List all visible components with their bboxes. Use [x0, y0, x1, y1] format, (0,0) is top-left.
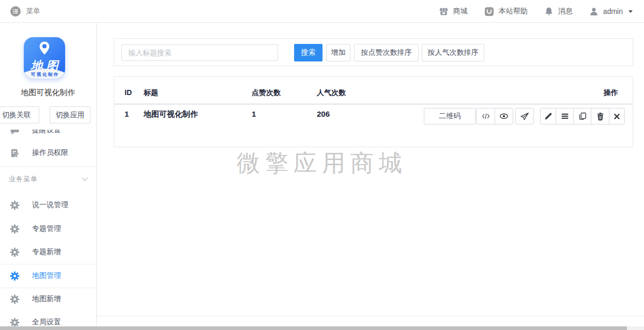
topbar-store-label: 商城: [453, 7, 468, 16]
switch-relation-button[interactable]: 切换关联: [0, 106, 39, 123]
app-name: 地图可视化制作: [0, 88, 96, 98]
sidebar-item-topic-manage[interactable]: 专题管理: [0, 219, 96, 238]
map-pin-icon: [24, 41, 65, 56]
close-button[interactable]: [609, 108, 625, 124]
topbar-messages[interactable]: 消息: [544, 7, 573, 16]
scrollbar-thumb[interactable]: [0, 326, 627, 330]
sidebar-item-label: 操作员权限: [32, 148, 68, 158]
edit-icon: [544, 112, 553, 121]
bell-icon: [544, 7, 554, 16]
sort-by-popularity-button[interactable]: 按人气次数排序: [422, 44, 484, 61]
switch-app-button[interactable]: 切换应用: [50, 106, 90, 123]
column-header-likes: 点赞次数: [252, 88, 281, 98]
gear-icon: [10, 318, 20, 327]
sidebar-divider: [96, 23, 97, 330]
sidebar-item-shuoyishuo[interactable]: 说一说管理: [0, 196, 96, 214]
column-header-id: ID: [125, 88, 132, 97]
list-icon: [560, 112, 570, 121]
logo-subtitle: 可视化制作: [24, 72, 65, 78]
sidebar-separator: [0, 264, 96, 264]
toolbar-card: 搜索 增加 按点赞次数排序 按人气次数排序: [114, 38, 633, 66]
topbar: 菜单 商城: [0, 0, 644, 23]
topbar-help[interactable]: 本站帮助: [484, 7, 528, 17]
doc-edit-icon: [10, 148, 20, 158]
gear-icon: [10, 200, 20, 210]
topbar-right: 商城 本站帮助 消息: [439, 0, 633, 23]
topbar-menu[interactable]: 菜单: [10, 0, 40, 23]
gear-icon: [10, 294, 20, 304]
list-button[interactable]: [556, 108, 574, 124]
column-header-actions: 操作: [604, 88, 618, 98]
column-header-title: 标题: [144, 88, 158, 98]
sidebar-item-operator[interactable]: 操作员权限: [0, 144, 96, 162]
search-button[interactable]: 搜索: [294, 44, 323, 61]
preview-button[interactable]: [495, 108, 513, 124]
trash-icon: [596, 112, 605, 121]
topbar-user-label: admin: [603, 7, 623, 15]
weiengine-icon: [484, 7, 494, 17]
gear-icon: [10, 271, 20, 281]
send-button[interactable]: [515, 108, 534, 124]
code-icon: [481, 112, 490, 121]
sidebar-item-map-manage[interactable]: 地图管理: [0, 266, 96, 285]
code-button[interactable]: [476, 108, 495, 124]
row-title: 地图可视化制作: [144, 109, 198, 119]
column-header-popularity: 人气次数: [317, 88, 346, 98]
row-id: 1: [125, 109, 129, 118]
sidebar-section-label: 业务菜单: [9, 175, 38, 184]
sidebar-item-label: 专题管理: [32, 224, 61, 233]
qrcode-button[interactable]: 二维码: [424, 108, 476, 124]
sidebar-item-label: 专题新增: [32, 247, 61, 257]
sidebar-item-label: 地图管理: [32, 271, 61, 280]
store-icon: [439, 7, 449, 17]
app-logo: 地图 可视化制作: [24, 37, 65, 78]
delete-button[interactable]: [591, 108, 609, 124]
sidebar-separator: [0, 166, 96, 167]
sidebar-item-topic-add[interactable]: 专题新增: [0, 243, 96, 261]
edit-button[interactable]: [540, 108, 556, 124]
topbar-user[interactable]: admin: [589, 7, 633, 16]
chevron-down-icon[interactable]: [80, 175, 89, 184]
admin-page: 菜单 商城: [0, 0, 644, 330]
gear-icon: [10, 224, 20, 234]
user-icon: [589, 7, 599, 16]
caret-down-icon: [628, 10, 633, 13]
topbar-help-label: 本站帮助: [499, 7, 528, 16]
copy-button[interactable]: [573, 108, 591, 124]
sidebar-separator: [0, 288, 96, 288]
gear-icon: [10, 247, 20, 257]
add-button[interactable]: 增加: [326, 44, 350, 61]
close-icon: [613, 113, 621, 120]
menu-icon[interactable]: [10, 6, 21, 17]
search-input[interactable]: [121, 44, 278, 61]
row-likes: 1: [252, 109, 256, 118]
sidebar-item-label: 地图新增: [32, 294, 61, 304]
sidebar-item-map-add[interactable]: 地图新增: [0, 290, 96, 308]
sort-by-likes-button[interactable]: 按点赞次数排序: [354, 44, 419, 61]
sidebar-item-label: 说一说管理: [32, 200, 68, 210]
topbar-menu-label: 菜单: [26, 7, 40, 16]
send-icon: [520, 112, 529, 121]
content-bottom-divider: [97, 316, 644, 316]
topbar-store[interactable]: 商城: [439, 7, 468, 17]
topbar-messages-label: 消息: [558, 7, 573, 16]
sidebar-section-business[interactable]: 业务菜单: [0, 170, 96, 188]
copy-icon: [578, 112, 587, 121]
table-card: ID 标题 点赞次数 人气次数 操作 1 地图可视化制作 1 206 二维码: [114, 76, 633, 147]
row-popularity: 206: [317, 109, 330, 118]
eye-icon: [499, 112, 509, 121]
table-header-divider: [114, 104, 633, 104]
horizontal-scrollbar[interactable]: [0, 326, 644, 330]
sidebar-item-label: 全局设置: [32, 318, 61, 327]
